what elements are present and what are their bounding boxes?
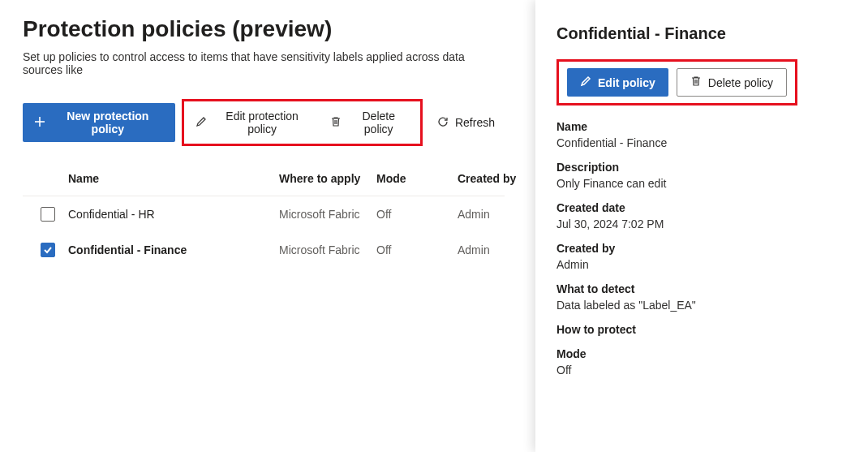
row-checkbox[interactable] (41, 243, 55, 257)
panel-edit-label: Edit policy (598, 76, 655, 89)
col-where[interactable]: Where to apply (279, 172, 376, 185)
field-what-to-detect: What to detect Data labeled as "Label_EA… (556, 282, 847, 312)
row-checkbox[interactable] (41, 207, 55, 222)
field-how-to-protect: How to protect (556, 323, 847, 336)
new-policy-button[interactable]: New protection policy (23, 103, 175, 142)
toolbar: New protection policy Edit protection po… (23, 99, 505, 146)
panel-title: Confidential - Finance (556, 24, 847, 43)
field-label: What to detect (556, 282, 847, 295)
row-mode: Off (376, 208, 458, 221)
col-name[interactable]: Name (68, 172, 279, 185)
table-header: Name Where to apply Mode Created by (23, 161, 505, 196)
field-created-by: Created by Admin (556, 242, 847, 271)
edit-policy-button[interactable]: Edit protection policy (186, 103, 321, 142)
delete-policy-label: Delete policy (348, 110, 408, 136)
row-name: Confidential - Finance (68, 243, 279, 256)
pencil-icon (196, 116, 207, 130)
plus-icon (34, 116, 45, 130)
page-subtitle: Set up policies to control access to ite… (23, 50, 505, 76)
delete-policy-button[interactable]: Delete policy (320, 103, 418, 142)
field-value: Data labeled as "Label_EA" (556, 299, 847, 312)
field-label: Created date (556, 201, 847, 214)
col-createdby[interactable]: Created by (458, 172, 522, 185)
refresh-button[interactable]: Refresh (428, 110, 505, 136)
trash-icon (330, 116, 342, 130)
field-label: Description (556, 161, 847, 174)
field-value: Confidential - Finance (556, 136, 847, 149)
refresh-label: Refresh (455, 116, 495, 129)
field-label: Mode (556, 347, 847, 360)
new-policy-label: New protection policy (52, 110, 164, 136)
panel-actions-highlight: Edit policy Delete policy (556, 59, 797, 105)
edit-policy-label: Edit protection policy (213, 110, 312, 136)
table-row[interactable]: Confidential - HR Microsoft Fabric Off A… (23, 196, 505, 232)
toolbar-highlight: Edit protection policy Delete policy (182, 99, 423, 146)
field-description: Description Only Finance can edit (556, 161, 847, 190)
field-mode: Mode Off (556, 347, 847, 377)
row-createdby: Admin (458, 208, 522, 221)
field-value: Only Finance can edit (556, 177, 847, 190)
field-label: How to protect (556, 323, 847, 336)
panel-delete-label: Delete policy (708, 76, 773, 89)
row-where: Microsoft Fabric (279, 243, 376, 256)
row-where: Microsoft Fabric (279, 208, 376, 221)
trash-icon (690, 75, 702, 89)
field-value: Jul 30, 2024 7:02 PM (556, 217, 847, 230)
panel-delete-button[interactable]: Delete policy (677, 68, 787, 97)
field-label: Created by (556, 242, 847, 255)
policy-table: Name Where to apply Mode Created by Conf… (23, 161, 505, 268)
refresh-icon (437, 116, 449, 130)
field-name: Name Confidential - Finance (556, 120, 847, 149)
table-row[interactable]: Confidential - Finance Microsoft Fabric … (23, 232, 505, 268)
details-panel: Confidential - Finance Edit policy Delet… (535, 0, 868, 452)
field-label: Name (556, 120, 847, 133)
field-value: Admin (556, 258, 847, 271)
page-title: Protection policies (preview) (23, 16, 505, 42)
row-name: Confidential - HR (68, 208, 279, 221)
row-mode: Off (376, 243, 458, 256)
col-mode[interactable]: Mode (376, 172, 458, 185)
field-created-date: Created date Jul 30, 2024 7:02 PM (556, 201, 847, 230)
field-value: Off (556, 364, 847, 377)
main-content: Protection policies (preview) Set up pol… (0, 0, 527, 284)
panel-edit-button[interactable]: Edit policy (567, 68, 668, 97)
pencil-icon (580, 75, 591, 89)
row-createdby: Admin (458, 243, 522, 256)
